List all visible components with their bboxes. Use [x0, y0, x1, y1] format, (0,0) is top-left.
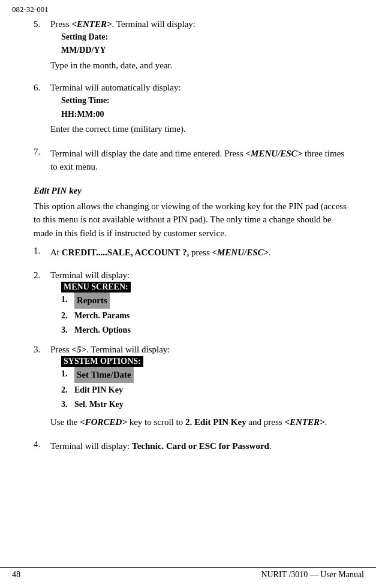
step-6-line1: Setting Time:: [61, 94, 352, 107]
page-footer: 48 NURIT /3010 — User Manual: [0, 567, 376, 582]
footer-period: .: [325, 417, 327, 427]
sys-item-1: 1. Set Time/Date: [61, 367, 352, 384]
edit-step-1-number: 1.: [34, 246, 50, 264]
edit-step-3: 3. Press <5>. Terminal will display: SYS…: [34, 345, 352, 434]
edit-step-1-mid: press: [189, 248, 212, 257]
footer-start: Use the: [50, 417, 80, 427]
step-6-body: Terminal will automatically display: Set…: [50, 83, 352, 140]
edit-step-3-key: <5>: [71, 345, 86, 354]
edit-step-4-number: 4.: [34, 439, 50, 458]
step-7-start: Terminal will display the date and time …: [50, 149, 246, 158]
step-6-number: 6.: [34, 83, 50, 140]
menu-item-1-label: Reports: [74, 293, 110, 309]
sys-item-3: 3. Sel. Mstr Key: [61, 397, 352, 412]
edit-step-2: 2. Terminal will display: MENU SCREEN: 1…: [34, 270, 352, 339]
menu-item-1: 1. Reports: [61, 293, 352, 309]
step-5-text: Type in the month, date, and year.: [50, 59, 352, 73]
menu-item-3-label: Merch. Options: [74, 323, 131, 337]
edit-step-1-start: At: [50, 248, 62, 257]
step-5-intro-end: . Terminal will display:: [112, 19, 196, 29]
step-5-key: <ENTER>: [71, 19, 112, 29]
edit-step-3-number: 3.: [34, 345, 50, 434]
edit-step-1: 1. At CREDIT.....SALE, ACCOUNT ?, press …: [34, 246, 352, 264]
edit-step-1-body: At CREDIT.....SALE, ACCOUNT ?, press <ME…: [50, 246, 352, 264]
footer-mid: key to scroll to: [127, 417, 185, 427]
menu-screen-header: MENU SCREEN:: [61, 282, 131, 293]
edit-step-3-intro-start: Press: [50, 345, 71, 354]
edit-step-2-intro: Terminal will display:: [50, 270, 130, 280]
header-text: 082-32-001: [12, 5, 49, 14]
edit-step-3-intro-end: . Terminal will display:: [86, 345, 170, 354]
edit-step-4: 4. Terminal will display: Technic. Card …: [34, 439, 352, 458]
step-7-key: <MENU/ESC>: [246, 149, 303, 158]
edit-step-3-screen: SYSTEM OPTIONS: 1. Set Time/Date 2. Edit…: [61, 356, 352, 412]
edit-step-1-bold: CREDIT.....SALE, ACCOUNT ?,: [62, 248, 189, 257]
step-6-screen: Setting Time: HH:MM:00: [61, 94, 352, 121]
edit-pin-title: Edit PIN key: [34, 186, 352, 196]
step-5-intro: Press: [50, 19, 71, 29]
edit-step-3-body: Press <5>. Terminal will display: SYSTEM…: [50, 345, 352, 434]
menu-item-2: 2. Merch. Params: [61, 309, 352, 323]
footer-manual-title: NURIT /3010 — User Manual: [261, 570, 364, 580]
step-6: 6. Terminal will automatically display: …: [34, 83, 352, 140]
footer-key: <FORCED>: [80, 417, 127, 427]
edit-step-1-end: .: [269, 248, 271, 257]
edit-step-4-body: Terminal will display: Technic. Card or …: [50, 439, 352, 458]
menu-item-2-label: Merch. Params: [74, 309, 130, 323]
edit-pin-paragraph: This option allows the changing or viewi…: [34, 200, 352, 240]
step-7: 7. Terminal will display the date and ti…: [34, 147, 352, 179]
sys-item-1-label: Set Time/Date: [74, 367, 134, 384]
step-7-number: 7.: [34, 147, 50, 179]
edit-step-4-text: Terminal will display: Technic. Card or …: [50, 439, 352, 453]
footer-bold: 2. Edit PIN Key: [185, 417, 246, 427]
step4-bold: Technic. Card or ESC for Password: [132, 441, 269, 451]
sys-item-2: 2. Edit PIN Key: [61, 383, 352, 397]
sys-item-3-label: Sel. Mstr Key: [74, 397, 124, 412]
step4-start: Terminal will display:: [50, 441, 132, 451]
edit-step-2-body: Terminal will display: MENU SCREEN: 1. R…: [50, 270, 352, 339]
edit-step-2-number: 2.: [34, 270, 50, 339]
main-content: 5. Press <ENTER>. Terminal will display:…: [0, 17, 376, 466]
edit-step-1-key: <MENU/ESC>: [212, 248, 269, 257]
system-options-items: 1. Set Time/Date 2. Edit PIN Key 3. Sel.…: [61, 367, 352, 412]
step-7-body: Terminal will display the date and time …: [50, 147, 352, 179]
footer-page-number: 48: [12, 570, 20, 580]
sys-item-2-label: Edit PIN Key: [74, 383, 123, 397]
step-5-line2: MM/DD/YY: [61, 44, 352, 57]
step-5-number: 5.: [34, 19, 50, 77]
step-6-text: Enter the correct time (military time).: [50, 122, 352, 136]
menu-screen-items: 1. Reports 2. Merch. Params 3. Merch. Op…: [61, 293, 352, 337]
step-5: 5. Press <ENTER>. Terminal will display:…: [34, 19, 352, 77]
footer-end: and press: [246, 417, 285, 427]
step-7-text: Terminal will display the date and time …: [50, 147, 352, 174]
step4-period: .: [269, 441, 272, 451]
system-options-header: SYSTEM OPTIONS:: [61, 356, 143, 367]
step-6-line2: HH:MM:00: [61, 108, 352, 121]
step-5-line1: Setting Date:: [61, 31, 352, 44]
page-header: 082-32-001: [0, 0, 376, 17]
step-5-screen: Setting Date: MM/DD/YY: [61, 31, 352, 58]
step-6-intro: Terminal will automatically display:: [50, 83, 181, 92]
edit-step-3-footer: Use the <FORCED> key to scroll to 2. Edi…: [50, 415, 352, 429]
menu-item-3: 3. Merch. Options: [61, 323, 352, 337]
step-5-body: Press <ENTER>. Terminal will display: Se…: [50, 19, 352, 77]
edit-step-1-text: At CREDIT.....SALE, ACCOUNT ?, press <ME…: [50, 246, 352, 260]
footer-key2: <ENTER>: [284, 417, 324, 427]
edit-step-2-screen: MENU SCREEN: 1. Reports 2. Merch. Params…: [61, 282, 352, 337]
